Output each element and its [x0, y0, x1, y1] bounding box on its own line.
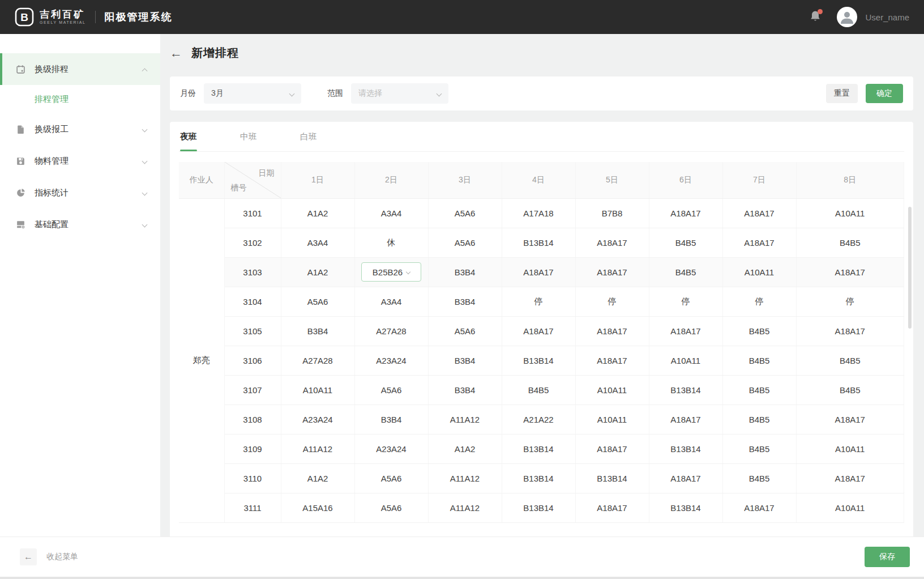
schedule-cell[interactable]: B4B5	[502, 375, 575, 405]
schedule-cell[interactable]: A18A17	[796, 316, 904, 346]
schedule-cell[interactable]: B13B14	[502, 228, 575, 257]
schedule-cell[interactable]: A21A22	[502, 405, 575, 434]
schedule-cell[interactable]: B13B14	[502, 463, 575, 493]
sidebar-item-schedule[interactable]: 换级排程	[0, 53, 160, 85]
sidebar-subitem-schedule-management[interactable]: 排程管理	[0, 85, 160, 113]
schedule-cell[interactable]: B4B5	[649, 257, 722, 287]
schedule-cell[interactable]: A10A11	[575, 375, 649, 405]
schedule-cell[interactable]: A15A16	[281, 493, 354, 522]
schedule-cell[interactable]: A18A17	[649, 198, 722, 228]
schedule-cell[interactable]: A18A17	[649, 405, 722, 434]
schedule-cell[interactable]: A5A6	[428, 316, 502, 346]
schedule-cell[interactable]: A18A17	[796, 463, 904, 493]
month-select[interactable]: 3月	[204, 83, 301, 104]
save-button[interactable]: 保存	[865, 547, 910, 567]
schedule-cell[interactable]: 停	[502, 287, 575, 316]
schedule-cell[interactable]: A10A11	[796, 493, 904, 522]
schedule-cell[interactable]: A11A12	[428, 463, 502, 493]
schedule-cell[interactable]: A18A17	[575, 257, 649, 287]
schedule-cell[interactable]: A18A17	[796, 405, 904, 434]
schedule-cell[interactable]: B4B5	[722, 434, 796, 463]
sidebar-item-work-report[interactable]: 换级报工	[0, 113, 160, 145]
schedule-cell[interactable]: A18A17	[575, 316, 649, 346]
schedule-cell[interactable]: B3B4	[428, 375, 502, 405]
schedule-cell[interactable]: B4B5	[796, 375, 904, 405]
schedule-cell[interactable]: A5A6	[281, 287, 354, 316]
schedule-cell[interactable]: B13B14	[649, 493, 722, 522]
schedule-cell[interactable]: A27A28	[281, 346, 354, 375]
schedule-cell[interactable]: A1A2	[281, 198, 354, 228]
schedule-cell[interactable]: A18A17	[502, 316, 575, 346]
schedule-cell[interactable]: A10A11	[796, 198, 904, 228]
schedule-cell[interactable]: B4B5	[796, 228, 904, 257]
schedule-cell[interactable]: B3B4	[428, 287, 502, 316]
schedule-cell[interactable]: B4B5	[722, 405, 796, 434]
schedule-cell[interactable]: A23A24	[354, 346, 428, 375]
schedule-cell[interactable]: B4B5	[649, 228, 722, 257]
schedule-cell[interactable]: A5A6	[354, 493, 428, 522]
schedule-cell[interactable]: A18A17	[502, 257, 575, 287]
schedule-cell[interactable]: 停	[649, 287, 722, 316]
sidebar-item-statistics[interactable]: 指标统计	[0, 177, 160, 208]
schedule-cell[interactable]: A5A6	[428, 228, 502, 257]
avatar[interactable]	[837, 7, 857, 27]
schedule-cell[interactable]: B25B26	[354, 257, 428, 287]
schedule-cell[interactable]: A18A17	[649, 316, 722, 346]
schedule-cell[interactable]: A11A12	[428, 493, 502, 522]
schedule-cell[interactable]: B13B14	[575, 463, 649, 493]
schedule-cell[interactable]: B4B5	[722, 346, 796, 375]
schedule-cell[interactable]: A3A4	[354, 198, 428, 228]
collapse-menu-button[interactable]: ←	[20, 548, 37, 565]
sidebar-item-material[interactable]: 物料管理	[0, 145, 160, 177]
notification-bell-button[interactable]	[810, 10, 822, 24]
schedule-cell[interactable]: B4B5	[722, 463, 796, 493]
schedule-cell[interactable]: A3A4	[281, 228, 354, 257]
schedule-cell[interactable]: A18A17	[722, 493, 796, 522]
schedule-cell[interactable]: B13B14	[649, 434, 722, 463]
schedule-cell[interactable]: A23A24	[281, 405, 354, 434]
schedule-cell[interactable]: A10A11	[575, 405, 649, 434]
schedule-cell[interactable]: B13B14	[649, 375, 722, 405]
schedule-cell[interactable]: B4B5	[722, 375, 796, 405]
schedule-cell[interactable]: B3B4	[354, 405, 428, 434]
schedule-cell[interactable]: B4B5	[722, 316, 796, 346]
schedule-cell[interactable]: B13B14	[502, 434, 575, 463]
schedule-cell[interactable]: A18A17	[575, 493, 649, 522]
schedule-cell[interactable]: B13B14	[502, 493, 575, 522]
schedule-cell[interactable]: A5A6	[428, 198, 502, 228]
schedule-cell[interactable]: A10A11	[281, 375, 354, 405]
schedule-cell[interactable]: A1A2	[281, 463, 354, 493]
tab-day-shift[interactable]: 白班	[300, 122, 317, 151]
sidebar-item-settings[interactable]: 基础配置	[0, 208, 160, 240]
schedule-cell[interactable]: 休	[354, 228, 428, 257]
schedule-cell[interactable]: A18A17	[575, 228, 649, 257]
schedule-cell[interactable]: A1A2	[281, 257, 354, 287]
schedule-cell[interactable]: B3B4	[428, 346, 502, 375]
schedule-cell[interactable]: A18A17	[575, 434, 649, 463]
schedule-cell[interactable]: A10A11	[649, 346, 722, 375]
schedule-cell[interactable]: A5A6	[354, 463, 428, 493]
table-scrollbar[interactable]	[908, 207, 912, 329]
tab-middle-shift[interactable]: 中班	[240, 122, 257, 151]
schedule-cell[interactable]: B13B14	[502, 346, 575, 375]
reset-button[interactable]: 重置	[826, 84, 858, 103]
schedule-cell[interactable]: A17A18	[502, 198, 575, 228]
schedule-cell[interactable]: A18A17	[722, 198, 796, 228]
cell-select[interactable]: B25B26	[361, 262, 421, 282]
schedule-cell[interactable]: A11A12	[428, 405, 502, 434]
schedule-cell[interactable]: A5A6	[354, 375, 428, 405]
schedule-cell[interactable]: A3A4	[354, 287, 428, 316]
confirm-button[interactable]: 确定	[866, 84, 903, 103]
schedule-cell[interactable]: A10A11	[796, 434, 904, 463]
tab-night-shift[interactable]: 夜班	[180, 122, 197, 151]
schedule-cell[interactable]: B3B4	[281, 316, 354, 346]
schedule-cell[interactable]: A10A11	[722, 257, 796, 287]
schedule-cell[interactable]: A1A2	[428, 434, 502, 463]
schedule-cell[interactable]: A18A17	[722, 228, 796, 257]
back-button[interactable]: ←	[170, 47, 182, 59]
schedule-cell[interactable]: A27A28	[354, 316, 428, 346]
schedule-cell[interactable]: 停	[722, 287, 796, 316]
schedule-cell[interactable]: A18A17	[575, 346, 649, 375]
schedule-cell[interactable]: A18A17	[796, 257, 904, 287]
schedule-cell[interactable]: B4B5	[796, 346, 904, 375]
